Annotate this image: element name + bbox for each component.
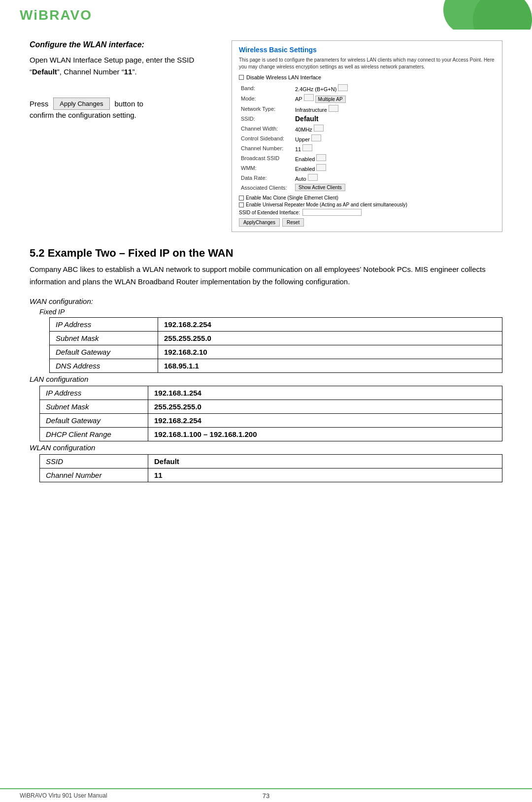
press-line: Press Apply Changes button to	[30, 98, 217, 110]
network-type-value: Infrastructure	[293, 104, 495, 114]
press-text: Press	[30, 100, 48, 108]
band-label: Band:	[239, 83, 293, 93]
wireless-params-table: Band: 2.4GHz (B+G+N) Mode: AP Multiple A…	[239, 83, 495, 192]
multiple-ap-button[interactable]: Multiple AP	[315, 96, 346, 103]
field-label: Channel Number	[40, 468, 148, 482]
disable-wlan-checkbox[interactable]	[239, 75, 244, 80]
lan-config-table: IP Address192.168.1.254Subnet Mask255.25…	[39, 386, 502, 441]
field-label: IP Address	[40, 386, 148, 400]
table-row: DNS Address168.95.1.1	[50, 359, 502, 372]
show-clients-button[interactable]: Show Active Clients	[295, 184, 345, 191]
mode-select[interactable]	[304, 94, 314, 101]
data-rate-row: Data Rate: Auto	[239, 173, 495, 183]
associated-clients-value: Show Active Clients	[293, 183, 495, 192]
control-sideband-value: Upper	[293, 134, 495, 143]
top-decoration	[384, 0, 532, 30]
footer: WiBRAVO Virtu 901 User Manual 73	[0, 788, 532, 802]
field-label: Default Gateway	[50, 345, 158, 359]
decoration-circle-2	[473, 0, 532, 30]
field-label: SSID	[40, 454, 148, 468]
wireless-box-title: Wireless Basic Settings	[239, 46, 495, 54]
mac-clone-row: Enable Mac Clone (Single Ethernet Client…	[239, 195, 495, 200]
network-type-select[interactable]	[329, 105, 338, 112]
ssid-value: Default	[293, 114, 495, 124]
configure-paragraph: Open WLAN Interface Setup page, enter th…	[30, 54, 217, 78]
configure-title: Configure the WLAN interface:	[30, 40, 217, 49]
band-value: 2.4GHz (B+G+N)	[293, 83, 495, 93]
section-52-title: 5.2 Example Two – Fixed IP on the WAN	[30, 247, 502, 260]
field-label: DNS Address	[50, 359, 158, 372]
control-sideband-row: Control Sideband: Upper	[239, 134, 495, 143]
wireless-box-desc: This page is used to configure the param…	[239, 57, 495, 70]
ssid-extended-row: SSID of Extended Interface:	[239, 209, 495, 216]
ssid-row: SSID: Default	[239, 114, 495, 124]
channel-number-row: Channel Number: 11	[239, 143, 495, 153]
wireless-footer: Enable Mac Clone (Single Ethernet Client…	[239, 195, 495, 227]
table-row: IP Address192.168.1.254	[40, 386, 502, 400]
channel-width-value: 40MHz	[293, 124, 495, 134]
table-row: Subnet Mask255.255.255.0	[50, 331, 502, 345]
main-content: Configure the WLAN interface: Open WLAN …	[0, 31, 532, 492]
field-value: 255.255.255.0	[158, 331, 502, 345]
table-row: Default Gateway192.168.2.254	[40, 413, 502, 427]
table-row: DHCP Client Range192.168.1.100 – 192.168…	[40, 427, 502, 441]
wan-config-label: WAN configuration:	[30, 297, 502, 305]
configure-left: Configure the WLAN interface: Open WLAN …	[30, 40, 217, 232]
channel-width-row: Channel Width: 40MHz	[239, 124, 495, 134]
configure-section: Configure the WLAN interface: Open WLAN …	[30, 40, 502, 232]
broadcast-ssid-select[interactable]	[316, 154, 326, 161]
channel-width-label: Channel Width:	[239, 124, 293, 134]
wireless-box: Wireless Basic Settings This page is use…	[232, 40, 502, 232]
wan-config-table: IP Address192.168.2.254Subnet Mask255.25…	[49, 317, 502, 373]
wlan-config-table: SSIDDefaultChannel Number11	[39, 454, 502, 482]
ssid-label: SSID:	[239, 114, 293, 124]
wan-fixed-ip-label: Fixed IP	[39, 308, 502, 316]
field-label: Default Gateway	[40, 413, 148, 427]
broadcast-ssid-value: Enabled	[293, 153, 495, 163]
reset-button[interactable]: Reset	[282, 218, 304, 227]
band-row: Band: 2.4GHz (B+G+N)	[239, 83, 495, 93]
mode-value: AP Multiple AP	[293, 93, 495, 104]
apply-changes-demo-button[interactable]: Apply Changes	[53, 98, 109, 110]
network-type-label: Network Type:	[239, 104, 293, 114]
field-value: 192.168.2.10	[158, 345, 502, 359]
lan-table-wrap: IP Address192.168.1.254Subnet Mask255.25…	[39, 386, 502, 441]
wmm-row: WMM: Enabled	[239, 163, 495, 173]
repeater-checkbox[interactable]	[239, 202, 244, 207]
confirm-text: confirm the configuration setting.	[30, 111, 217, 119]
apply-changes-button[interactable]: ApplyChanges	[239, 218, 280, 227]
bottom-buttons: ApplyChanges Reset	[239, 218, 495, 227]
data-rate-select[interactable]	[308, 174, 318, 181]
disable-wlan-label: Disable Wireless LAN Interface	[246, 74, 321, 80]
field-label: IP Address	[50, 317, 158, 331]
wlan-table-wrap: SSIDDefaultChannel Number11	[39, 454, 502, 482]
field-value: 11	[148, 468, 502, 482]
wlan-config-label: WLAN configuration	[30, 443, 502, 452]
channel-number-select[interactable]	[302, 144, 312, 151]
associated-clients-label: Associated Clients:	[239, 183, 293, 192]
table-row: IP Address192.168.2.254	[50, 317, 502, 331]
ssid-extended-label: SSID of Extended Interface:	[239, 210, 300, 215]
field-value: 192.168.1.100 – 192.168.1.200	[148, 427, 502, 441]
associated-clients-row: Associated Clients: Show Active Clients	[239, 183, 495, 192]
control-sideband-select[interactable]	[311, 134, 321, 141]
field-value: 192.168.2.254	[158, 317, 502, 331]
mode-row: Mode: AP Multiple AP	[239, 93, 495, 104]
channel-number-value: 11	[293, 143, 495, 153]
mac-clone-label: Enable Mac Clone (Single Ethernet Client…	[246, 195, 338, 200]
repeater-row: Enable Universal Repeater Mode (Acting a…	[239, 202, 495, 207]
broadcast-ssid-row: Broadcast SSID Enabled	[239, 153, 495, 163]
wireless-settings-box: Wireless Basic Settings This page is use…	[232, 40, 502, 232]
table-row: Default Gateway192.168.2.10	[50, 345, 502, 359]
channel-width-select[interactable]	[314, 125, 324, 132]
section-52-desc: Company ABC likes to establish a WLAN ne…	[30, 264, 502, 288]
mode-label: Mode:	[239, 93, 293, 104]
mac-clone-checkbox[interactable]	[239, 196, 244, 200]
band-select[interactable]	[338, 84, 348, 91]
wan-table-wrap: IP Address192.168.2.254Subnet Mask255.25…	[49, 317, 502, 373]
field-value: 192.168.2.254	[148, 413, 502, 427]
table-row: Subnet Mask255.255.255.0	[40, 400, 502, 413]
channel-number-label: Channel Number:	[239, 143, 293, 153]
ssid-extended-input[interactable]	[302, 209, 362, 216]
wmm-select[interactable]	[316, 164, 326, 171]
